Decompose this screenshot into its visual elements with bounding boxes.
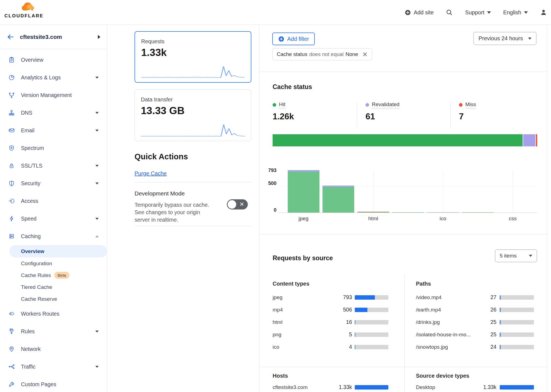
sidebar-item-analytics-logs[interactable]: Analytics & Logs xyxy=(0,69,107,86)
x-axis-tick: ico xyxy=(440,216,446,222)
cache-status-filter-chip: Cache status does not equal None xyxy=(272,48,372,60)
list-item: /video.mp4 27 xyxy=(416,291,534,304)
bar-track xyxy=(500,332,534,337)
cache-status-title: Cache status xyxy=(273,83,312,91)
divider xyxy=(259,72,547,72)
network-share-icon xyxy=(8,363,15,370)
bar-segment-revalidated xyxy=(427,212,459,213)
sidebar-item-traffic[interactable]: Traffic xyxy=(0,358,107,375)
requests-sparkline xyxy=(141,63,245,78)
filter-operator: does not equal xyxy=(309,51,344,57)
sidebar-item-security[interactable]: Security xyxy=(0,174,107,192)
search-button[interactable] xyxy=(446,9,453,16)
hierarchy-icon xyxy=(8,109,15,116)
sidebar-subitem-cache-rules[interactable]: Cache Rules Beta xyxy=(0,269,107,281)
toggle-off-x-icon xyxy=(240,202,244,208)
stacked-segment-miss xyxy=(536,134,537,146)
time-range-select[interactable]: Previous 24 hours xyxy=(474,32,536,45)
chevron-down-icon xyxy=(487,11,491,14)
sidebar-item-email[interactable]: Email xyxy=(0,122,107,139)
sidebar-subitem-caching-overview[interactable]: Overview xyxy=(9,245,107,257)
sidebar-item-spectrum[interactable]: Spectrum xyxy=(0,139,107,157)
add-filter-button[interactable]: Add filter xyxy=(272,33,315,45)
sidebar-item-custom-pages[interactable]: Custom Pages xyxy=(0,375,107,392)
sidebar-item-dns[interactable]: DNS xyxy=(0,104,107,122)
revalidated-value: 61 xyxy=(365,112,399,122)
sidebar-item-ssl-tls[interactable]: SSL/TLS xyxy=(0,157,107,174)
items-count-select[interactable]: 5 items xyxy=(495,249,537,262)
gridline xyxy=(373,170,373,213)
sidebar: cftestsite3.com Overview Analytics & Log… xyxy=(0,25,107,392)
support-menu[interactable]: Support xyxy=(465,9,491,16)
lock-icon xyxy=(8,162,15,169)
bar-segment-hit xyxy=(392,212,424,213)
hit-dot-icon xyxy=(273,103,276,107)
cloudflare-logo[interactable]: CLOUDFLARE xyxy=(4,2,40,19)
sidebar-subitem-cache-reserve[interactable]: Cache Reserve xyxy=(0,293,107,305)
sidebar-item-rules[interactable]: Rules xyxy=(0,323,107,340)
data-transfer-metric-card[interactable]: Data transfer 13.33 GB xyxy=(135,90,251,141)
chevron-down-icon xyxy=(524,11,528,14)
revalidated-label[interactable]: Revalidated xyxy=(372,101,399,108)
list-item: ico 4 xyxy=(273,341,388,353)
chevron-down-icon xyxy=(95,112,99,114)
server-stack-icon xyxy=(8,233,15,240)
back-arrow-icon[interactable] xyxy=(7,33,14,42)
cache-status-stacked-bar xyxy=(273,134,537,146)
site-switcher[interactable]: cftestsite3.com xyxy=(0,25,107,49)
chevron-down-icon xyxy=(95,77,99,79)
x-axis-tick: html xyxy=(368,216,378,222)
sidebar-subitem-tiered-cache[interactable]: Tiered Cache xyxy=(0,281,107,293)
list-item: /earth.mp4 26 xyxy=(416,304,534,316)
account-menu[interactable] xyxy=(540,9,547,16)
summary-column: Requests 1.33k Data transfer 13.33 GB Qu… xyxy=(107,25,259,392)
source-device-types-title: Source device types xyxy=(416,373,469,379)
quick-actions-title: Quick Actions xyxy=(135,152,188,161)
divider xyxy=(450,102,451,128)
development-mode-toggle[interactable] xyxy=(227,199,248,210)
bar-segment-hit xyxy=(322,187,354,213)
sidebar-item-caching[interactable]: Caching xyxy=(0,227,107,245)
divider xyxy=(259,234,547,234)
sidebar-item-network[interactable]: Network xyxy=(0,340,107,358)
hit-label[interactable]: Hit xyxy=(279,101,285,108)
analytics-panel: Add filter Cache status does not equal N… xyxy=(259,25,547,392)
language-menu[interactable]: English xyxy=(503,9,528,16)
requests-metric-card[interactable]: Requests 1.33k xyxy=(135,31,251,83)
y-axis-tick: 793 xyxy=(259,168,276,173)
chevron-right-icon[interactable] xyxy=(98,35,100,39)
sidebar-item-speed[interactable]: Speed xyxy=(0,210,107,227)
bar-html xyxy=(358,212,389,213)
remove-filter-icon[interactable] xyxy=(362,52,368,57)
sidebar-item-access[interactable]: Access xyxy=(0,192,107,210)
stacked-segment-hit xyxy=(273,134,523,146)
list-item: jpeg 793 xyxy=(273,291,388,304)
bar-jpeg xyxy=(288,170,319,213)
data-transfer-sparkline xyxy=(141,122,245,137)
requests-value: 1.33k xyxy=(141,47,245,58)
miss-dot-icon xyxy=(459,103,463,107)
funnel-icon xyxy=(8,328,15,335)
sidebar-item-workers-routes[interactable]: Workers Routes xyxy=(0,305,107,323)
bar-track xyxy=(500,308,534,312)
chevron-down-icon xyxy=(95,366,99,368)
bar-track xyxy=(500,295,534,300)
requests-by-source-title: Requests by source xyxy=(273,254,333,262)
shield-icon xyxy=(8,180,15,187)
development-mode-description: Temporarily bypass our cache. See change… xyxy=(135,201,214,224)
filter-field: Cache status xyxy=(277,51,307,57)
list-item: html 16 xyxy=(273,316,388,328)
envelope-icon xyxy=(8,127,15,134)
purge-cache-link[interactable]: Purge Cache xyxy=(135,170,167,177)
miss-label[interactable]: Miss xyxy=(465,101,476,108)
sidebar-item-overview[interactable]: Overview xyxy=(0,51,107,69)
sidebar-subitem-configuration[interactable]: Configuration xyxy=(0,257,107,269)
bar-track xyxy=(355,345,388,349)
add-site-button[interactable]: Add site xyxy=(405,9,434,16)
y-axis-tick: 0 xyxy=(259,207,276,213)
bar-track xyxy=(355,332,388,337)
hosts-title: Hosts xyxy=(273,373,288,379)
header-actions: Add site Support English xyxy=(405,0,547,25)
sidebar-item-version-management[interactable]: Version Management xyxy=(0,86,107,104)
data-transfer-label: Data transfer xyxy=(141,96,245,103)
